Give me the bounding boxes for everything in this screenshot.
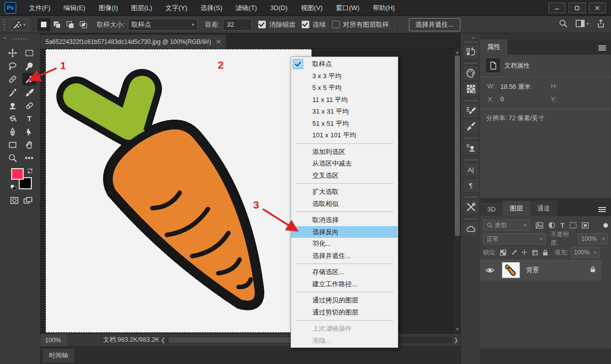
context-menu-item-10[interactable]: 交叉选区 bbox=[291, 170, 398, 182]
lock-artboard-icon[interactable] bbox=[532, 249, 538, 256]
context-menu-item-1[interactable]: 取样点 bbox=[291, 58, 398, 70]
context-menu-item-5[interactable]: 31 x 31 平均 bbox=[291, 106, 398, 118]
layer-filter-dropdown[interactable]: 类型▾ bbox=[483, 220, 530, 231]
menu-layer[interactable]: 图层(L) bbox=[124, 0, 159, 16]
tab-layers[interactable]: 图层 bbox=[503, 201, 530, 216]
filter-toggle-pin[interactable] bbox=[603, 223, 608, 228]
tab-properties[interactable]: 属性 bbox=[480, 39, 507, 55]
toolbar-grip[interactable] bbox=[13, 38, 28, 40]
scroll-down-icon[interactable]: ▼ bbox=[454, 326, 461, 333]
lasso-tool[interactable] bbox=[6, 60, 20, 72]
hand-tool[interactable] bbox=[22, 138, 36, 151]
context-menu-item-8[interactable]: 添加到选区 bbox=[291, 146, 398, 158]
swap-colors-icon[interactable] bbox=[27, 167, 33, 176]
menu-select[interactable]: 选择(S) bbox=[194, 0, 228, 16]
filter-pixel-layers-icon[interactable] bbox=[536, 222, 543, 229]
swatches-panel-icon[interactable] bbox=[462, 81, 479, 96]
scroll-right-icon[interactable]: ❯ bbox=[454, 337, 458, 343]
paragraph-panel-icon[interactable]: ¶ bbox=[462, 178, 479, 193]
selection-mode-intersect[interactable] bbox=[77, 18, 90, 31]
zoom-tool[interactable] bbox=[6, 151, 20, 164]
context-menu-item-15[interactable]: 羽化... bbox=[291, 238, 398, 250]
history-panel-icon[interactable] bbox=[462, 44, 479, 60]
paint-bucket-tool[interactable] bbox=[6, 112, 20, 125]
timeline-tab[interactable]: 时间轴 bbox=[43, 349, 74, 362]
context-menu-item-3[interactable]: 5 x 5 平均 bbox=[291, 82, 398, 94]
menu-edit[interactable]: 编辑(E) bbox=[57, 0, 92, 16]
move-tool[interactable] bbox=[6, 46, 20, 59]
filter-smart-objects-icon[interactable] bbox=[582, 222, 589, 229]
context-menu-item-14[interactable]: 选择反向 bbox=[291, 226, 398, 238]
context-menu-item-12[interactable]: 选取相似 bbox=[291, 198, 398, 210]
brush-settings-panel-icon[interactable] bbox=[462, 103, 479, 118]
creative-cloud-panel-icon[interactable] bbox=[462, 221, 479, 236]
path-select-tool[interactable] bbox=[22, 125, 36, 138]
filter-shape-layers-icon[interactable] bbox=[570, 222, 577, 229]
tab-channels[interactable]: 通道 bbox=[530, 201, 557, 216]
quick-mask-button[interactable] bbox=[8, 194, 21, 206]
magic-wand-tool[interactable] bbox=[22, 73, 36, 85]
tool-presets-panel-icon[interactable] bbox=[462, 199, 479, 215]
workspace-switcher[interactable]: ▾ bbox=[576, 20, 589, 27]
selection-mode-add[interactable] bbox=[51, 18, 64, 31]
lock-pixels-icon[interactable] bbox=[510, 249, 517, 256]
eyedropper-tool[interactable] bbox=[6, 86, 20, 98]
screen-mode-button[interactable] bbox=[21, 194, 34, 206]
expand-panels-chevrons[interactable]: « bbox=[472, 35, 474, 40]
menu-help[interactable]: 帮助(H) bbox=[366, 0, 401, 16]
menu-window[interactable]: 窗口(W) bbox=[329, 0, 366, 16]
contiguous-checkbox[interactable] bbox=[302, 21, 309, 28]
sample-all-layers-checkbox[interactable] bbox=[332, 21, 340, 28]
vertical-scrollbar[interactable]: ▲ ▼ bbox=[453, 48, 460, 333]
minimize-button[interactable] bbox=[548, 3, 566, 13]
document-tab[interactable]: 5a65224322f1c61b571483dc14d5c730.jpg @ 1… bbox=[40, 35, 226, 48]
context-menu-item-2[interactable]: 3 x 3 平均 bbox=[291, 70, 398, 82]
color-panel-icon[interactable] bbox=[462, 66, 479, 81]
opacity-dropdown[interactable]: 100%▾ bbox=[578, 233, 608, 244]
fill-dropdown[interactable]: 100%▾ bbox=[571, 247, 600, 258]
clone-stamp-tool[interactable] bbox=[6, 99, 20, 112]
context-menu-item-11[interactable]: 扩大选取 bbox=[291, 186, 398, 198]
context-menu-item-4[interactable]: 11 x 11 平均 bbox=[291, 94, 398, 106]
character-panel-icon[interactable]: A| bbox=[462, 162, 479, 177]
menu-file[interactable]: 文件(F) bbox=[22, 0, 57, 16]
width-value[interactable]: 18.56 厘米 bbox=[500, 83, 531, 91]
context-menu-item-16[interactable]: 选择并遮住... bbox=[291, 250, 398, 262]
context-menu-item-9[interactable]: 从选区中减去 bbox=[291, 158, 398, 170]
clone-source-panel-icon[interactable] bbox=[462, 140, 479, 155]
zoom-level-field[interactable]: 100% bbox=[40, 334, 67, 347]
filter-adjustment-layers-icon[interactable] bbox=[548, 222, 555, 229]
context-menu-item-6[interactable]: 51 x 51 平均 bbox=[291, 118, 398, 130]
document-close-icon[interactable] bbox=[216, 38, 221, 45]
edit-toolbar-button[interactable]: ••• bbox=[22, 151, 36, 164]
pen-tool[interactable] bbox=[6, 125, 20, 138]
select-and-mask-button[interactable]: 选择并遮住... bbox=[409, 18, 460, 31]
menu-type[interactable]: 文字(Y) bbox=[159, 0, 194, 16]
options-bar-grip[interactable] bbox=[3, 19, 6, 30]
menu-3d[interactable]: 3D(D) bbox=[263, 0, 294, 16]
lock-transparency-icon[interactable] bbox=[500, 249, 506, 256]
close-button[interactable] bbox=[589, 3, 606, 13]
menu-image[interactable]: 图像(I) bbox=[92, 0, 124, 16]
sample-size-dropdown[interactable]: 取样点▾ bbox=[128, 19, 198, 31]
brushes-panel-icon[interactable] bbox=[462, 119, 479, 134]
share-icon[interactable] bbox=[597, 19, 605, 28]
lock-all-icon[interactable] bbox=[542, 249, 548, 256]
tool-preset-dropdown[interactable]: ▾ bbox=[10, 19, 29, 31]
foreground-color-swatch[interactable] bbox=[11, 168, 24, 180]
selection-mode-subtract[interactable] bbox=[64, 18, 77, 31]
search-icon[interactable] bbox=[559, 19, 568, 28]
maximize-button[interactable] bbox=[569, 3, 586, 13]
blend-mode-dropdown[interactable]: 正常▾ bbox=[483, 233, 546, 244]
horizontal-scrollbar-thumb[interactable] bbox=[168, 337, 310, 343]
toolbar-collapse-chevrons[interactable]: « bbox=[4, 35, 6, 40]
panel-menu-icon[interactable] bbox=[598, 44, 606, 51]
quick-selection-tool[interactable] bbox=[22, 60, 36, 72]
type-tool[interactable]: T bbox=[22, 112, 36, 125]
brush-tool[interactable] bbox=[22, 86, 36, 98]
x-value[interactable]: 0 bbox=[500, 96, 504, 103]
filter-type-layers-icon[interactable]: T bbox=[560, 222, 565, 229]
rectangle-tool[interactable] bbox=[6, 138, 20, 151]
eraser-tool[interactable] bbox=[22, 99, 36, 112]
marquee-tool[interactable] bbox=[22, 46, 36, 59]
